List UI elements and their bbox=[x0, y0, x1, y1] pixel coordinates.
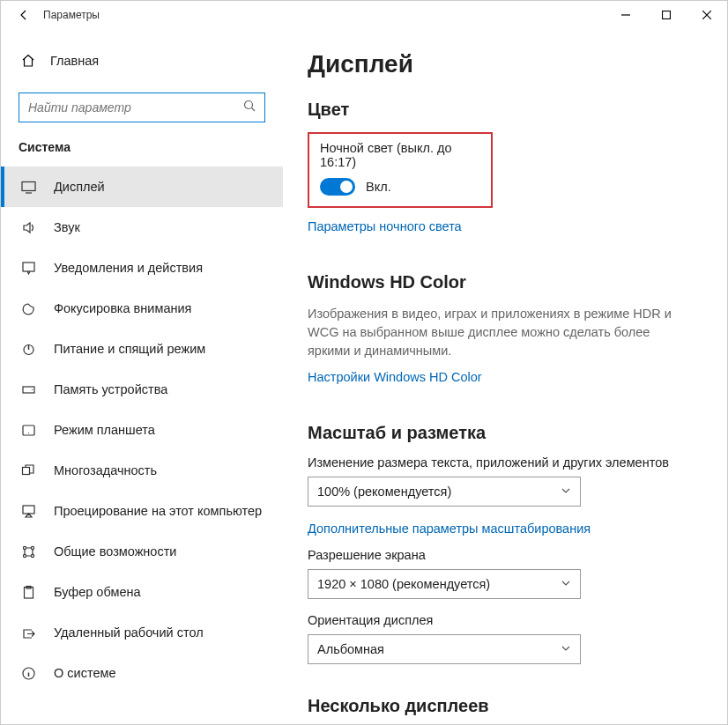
scale-heading: Масштаб и разметка bbox=[308, 423, 692, 443]
svg-point-14 bbox=[31, 554, 33, 557]
toggle-state-label: Вкл. bbox=[366, 180, 391, 194]
sidebar: Главная Система Дисплей Звук bbox=[1, 29, 283, 724]
storage-icon bbox=[19, 382, 38, 397]
sidebar-item-label: Режим планшета bbox=[54, 423, 155, 437]
color-heading: Цвет bbox=[308, 100, 692, 120]
dropdown-value: 100% (рекомендуется) bbox=[317, 485, 561, 499]
home-button[interactable]: Главная bbox=[19, 43, 265, 78]
page-title: Дисплей bbox=[308, 50, 692, 78]
svg-rect-10 bbox=[23, 506, 34, 514]
search-icon bbox=[243, 100, 256, 115]
svg-point-8 bbox=[27, 432, 28, 433]
display-icon bbox=[19, 180, 38, 195]
minimize-button[interactable] bbox=[605, 1, 646, 29]
night-light-highlight: Ночной свет (выкл. до 16:17) Вкл. bbox=[308, 132, 493, 208]
home-icon bbox=[19, 54, 38, 68]
svg-point-1 bbox=[245, 101, 253, 109]
projecting-icon bbox=[19, 504, 38, 519]
sidebar-item-multitasking[interactable]: Многозадачность bbox=[1, 450, 283, 491]
hdcolor-description: Изображения в видео, играх и приложениях… bbox=[308, 305, 687, 360]
sidebar-item-tablet[interactable]: Режим планшета bbox=[1, 410, 283, 450]
multi-heading: Несколько дисплеев bbox=[308, 696, 692, 716]
close-button[interactable] bbox=[687, 1, 727, 29]
nav-list: Дисплей Звук Уведомления и действия Фоку… bbox=[1, 166, 283, 693]
sidebar-item-label: О системе bbox=[54, 666, 115, 680]
shared-icon bbox=[19, 544, 38, 559]
sidebar-item-shared[interactable]: Общие возможности bbox=[1, 531, 283, 572]
section-header: Система bbox=[1, 140, 283, 154]
sound-icon bbox=[19, 220, 38, 235]
scale-size-label: Изменение размера текста, приложений и д… bbox=[308, 455, 692, 470]
night-light-label: Ночной свет (выкл. до 16:17) bbox=[320, 141, 480, 169]
content-area: Дисплей Цвет Ночной свет (выкл. до 16:17… bbox=[283, 29, 727, 724]
sidebar-item-about[interactable]: О системе bbox=[1, 653, 283, 693]
hdcolor-heading: Windows HD Color bbox=[308, 272, 692, 292]
sidebar-item-focus[interactable]: Фокусировка внимания bbox=[1, 288, 283, 329]
sidebar-item-clipboard[interactable]: Буфер обмена bbox=[1, 572, 283, 612]
resolution-dropdown[interactable]: 1920 × 1080 (рекомендуется) bbox=[308, 569, 581, 599]
sidebar-item-label: Проецирование на этот компьютер bbox=[54, 504, 262, 518]
window-controls bbox=[605, 1, 727, 29]
chevron-down-icon bbox=[561, 641, 571, 657]
sidebar-item-label: Питание и спящий режим bbox=[54, 342, 205, 356]
night-light-toggle-row: Вкл. bbox=[320, 178, 480, 196]
night-light-settings-link[interactable]: Параметры ночного света bbox=[308, 219, 462, 233]
sidebar-item-label: Многозадачность bbox=[54, 463, 157, 477]
search-box[interactable] bbox=[19, 92, 265, 122]
sidebar-item-display[interactable]: Дисплей bbox=[1, 166, 283, 207]
svg-point-6 bbox=[31, 388, 32, 389]
clipboard-icon bbox=[19, 585, 38, 600]
sidebar-item-remote[interactable]: Удаленный рабочий стол bbox=[1, 612, 283, 653]
tablet-icon bbox=[19, 423, 38, 438]
svg-rect-3 bbox=[23, 263, 34, 271]
sidebar-item-label: Память устройства bbox=[54, 382, 167, 396]
sidebar-item-power[interactable]: Питание и спящий режим bbox=[1, 329, 283, 369]
sidebar-item-sound[interactable]: Звук bbox=[1, 207, 283, 248]
dropdown-value: 1920 × 1080 (рекомендуется) bbox=[317, 577, 561, 591]
svg-rect-2 bbox=[22, 181, 35, 190]
sidebar-item-label: Удаленный рабочий стол bbox=[54, 625, 204, 640]
dropdown-value: Альбомная bbox=[317, 642, 561, 656]
sidebar-item-label: Дисплей bbox=[54, 180, 105, 194]
chevron-down-icon bbox=[561, 576, 571, 592]
power-icon bbox=[19, 342, 38, 357]
orientation-label: Ориентация дисплея bbox=[308, 613, 692, 627]
night-light-toggle[interactable] bbox=[320, 178, 355, 196]
focus-icon bbox=[19, 301, 38, 316]
maximize-button[interactable] bbox=[646, 1, 687, 29]
svg-point-13 bbox=[23, 554, 26, 557]
sidebar-item-storage[interactable]: Память устройства bbox=[1, 369, 283, 410]
svg-point-11 bbox=[23, 546, 26, 549]
titlebar: Параметры bbox=[1, 1, 727, 29]
sidebar-item-label: Общие возможности bbox=[54, 544, 176, 559]
svg-rect-7 bbox=[23, 425, 34, 435]
sidebar-item-label: Фокусировка внимания bbox=[54, 301, 191, 315]
back-button[interactable] bbox=[11, 9, 36, 21]
search-input[interactable] bbox=[28, 100, 243, 115]
multitasking-icon bbox=[19, 463, 38, 478]
svg-rect-9 bbox=[22, 467, 29, 474]
scale-dropdown[interactable]: 100% (рекомендуется) bbox=[308, 477, 581, 507]
svg-point-12 bbox=[31, 546, 33, 549]
orientation-dropdown[interactable]: Альбомная bbox=[308, 634, 581, 664]
remote-icon bbox=[19, 625, 38, 640]
window-title: Параметры bbox=[43, 9, 100, 21]
sidebar-item-projecting[interactable]: Проецирование на этот компьютер bbox=[1, 491, 283, 531]
sidebar-item-label: Уведомления и действия bbox=[54, 261, 203, 275]
sidebar-item-notifications[interactable]: Уведомления и действия bbox=[1, 248, 283, 288]
notifications-icon bbox=[19, 261, 38, 276]
svg-rect-0 bbox=[663, 11, 671, 19]
chevron-down-icon bbox=[561, 484, 571, 499]
sidebar-item-label: Звук bbox=[54, 220, 80, 234]
hdcolor-settings-link[interactable]: Настройки Windows HD Color bbox=[308, 370, 482, 384]
advanced-scale-link[interactable]: Дополнительные параметры масштабирования bbox=[308, 522, 591, 536]
about-icon bbox=[19, 666, 38, 681]
home-label: Главная bbox=[50, 54, 99, 68]
sidebar-item-label: Буфер обмена bbox=[54, 585, 141, 599]
resolution-label: Разрешение экрана bbox=[308, 548, 692, 562]
